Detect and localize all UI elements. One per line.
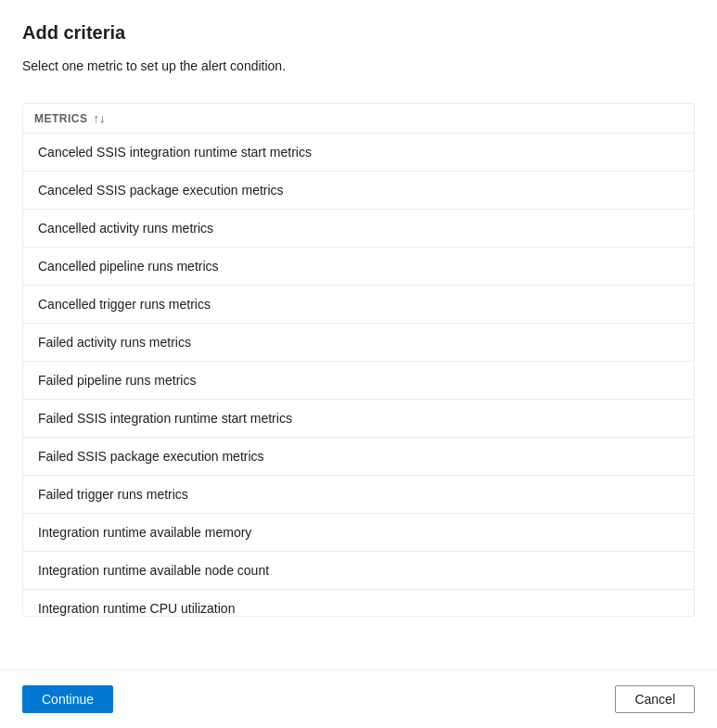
dialog-subtitle: Select one metric to set up the alert co… <box>22 58 695 73</box>
metric-item[interactable]: Cancelled trigger runs metrics <box>23 286 694 324</box>
metric-item[interactable]: Failed SSIS integration runtime start me… <box>23 400 694 438</box>
metric-item[interactable]: Failed SSIS package execution metrics <box>23 438 694 476</box>
sort-icon[interactable]: ↑↓ <box>94 111 106 125</box>
metric-item[interactable]: Integration runtime available node count <box>23 552 694 590</box>
metric-item[interactable]: Integration runtime CPU utilization <box>23 590 694 616</box>
metric-item[interactable]: Canceled SSIS integration runtime start … <box>23 134 694 172</box>
cancel-button[interactable]: Cancel <box>615 685 695 713</box>
continue-button[interactable]: Continue <box>22 685 113 713</box>
dialog-header: Add criteria Select one metric to set up… <box>0 0 717 103</box>
metric-item[interactable]: Failed activity runs metrics <box>23 324 694 362</box>
metric-item[interactable]: Canceled SSIS package execution metrics <box>23 172 694 210</box>
metrics-list: METRICS ↑↓ Canceled SSIS integration run… <box>22 103 695 617</box>
metric-item[interactable]: Cancelled activity runs metrics <box>23 210 694 248</box>
metrics-column-label: METRICS <box>34 112 88 125</box>
metric-item[interactable]: Integration runtime available memory <box>23 514 694 552</box>
metric-item[interactable]: Failed trigger runs metrics <box>23 476 694 514</box>
metric-item[interactable]: Cancelled pipeline runs metrics <box>23 248 694 286</box>
dialog-title: Add criteria <box>22 22 695 44</box>
add-criteria-dialog: Add criteria Select one metric to set up… <box>0 0 717 728</box>
metrics-header: METRICS ↑↓ <box>23 104 694 134</box>
metrics-list-container[interactable]: Canceled SSIS integration runtime start … <box>23 134 694 616</box>
dialog-content: METRICS ↑↓ Canceled SSIS integration run… <box>0 103 717 655</box>
dialog-footer: Continue Cancel <box>0 670 717 728</box>
metric-item[interactable]: Failed pipeline runs metrics <box>23 362 694 400</box>
